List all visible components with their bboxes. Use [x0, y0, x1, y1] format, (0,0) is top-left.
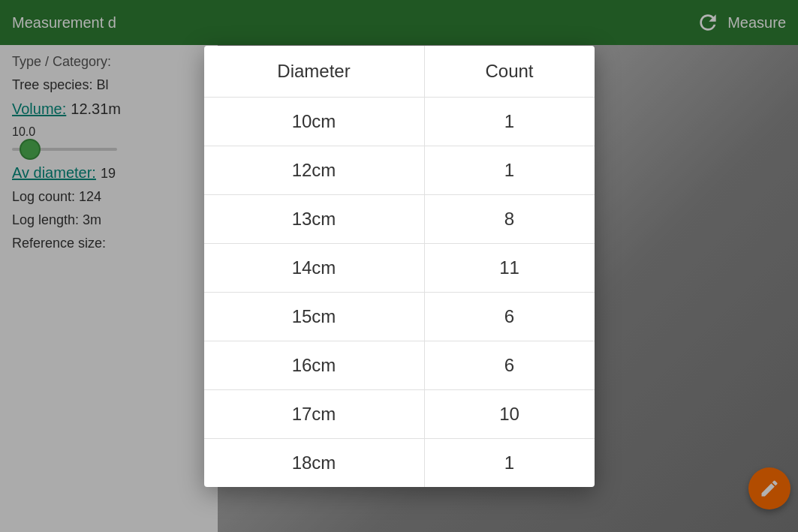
count-cell: 1 [424, 97, 594, 146]
diameter-cell: 17cm [204, 389, 425, 438]
diameter-count-modal: Diameter Count 10cm112cm113cm814cm1115cm… [204, 46, 595, 487]
modal-overlay[interactable]: Diameter Count 10cm112cm113cm814cm1115cm… [0, 0, 798, 532]
table-row: 16cm6 [204, 341, 595, 389]
diameter-cell: 18cm [204, 438, 425, 487]
table-row: 13cm8 [204, 194, 595, 243]
count-cell: 1 [424, 146, 594, 194]
table-row: 14cm11 [204, 243, 595, 292]
table-row: 10cm1 [204, 97, 595, 146]
table-row: 17cm10 [204, 389, 595, 438]
diameter-column-header: Diameter [204, 46, 425, 98]
diameter-table: Diameter Count 10cm112cm113cm814cm1115cm… [204, 46, 595, 487]
diameter-cell: 16cm [204, 341, 425, 389]
diameter-cell: 15cm [204, 292, 425, 341]
count-cell: 1 [424, 438, 594, 487]
diameter-cell: 12cm [204, 146, 425, 194]
table-row: 15cm6 [204, 292, 595, 341]
count-cell: 10 [424, 389, 594, 438]
count-column-header: Count [424, 46, 594, 98]
count-cell: 6 [424, 292, 594, 341]
diameter-cell: 13cm [204, 194, 425, 243]
diameter-cell: 14cm [204, 243, 425, 292]
count-cell: 11 [424, 243, 594, 292]
table-row: 18cm1 [204, 438, 595, 487]
diameter-cell: 10cm [204, 97, 425, 146]
table-row: 12cm1 [204, 146, 595, 194]
count-cell: 6 [424, 341, 594, 389]
count-cell: 8 [424, 194, 594, 243]
